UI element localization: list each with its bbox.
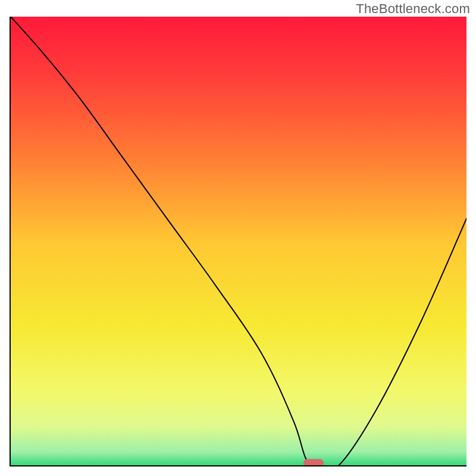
bottleneck-curve [11,17,466,465]
chart-stage: TheBottleneck.com [0,0,476,476]
optimal-marker [303,459,324,466]
watermark-text: TheBottleneck.com [356,1,470,17]
plot-area [10,17,466,466]
